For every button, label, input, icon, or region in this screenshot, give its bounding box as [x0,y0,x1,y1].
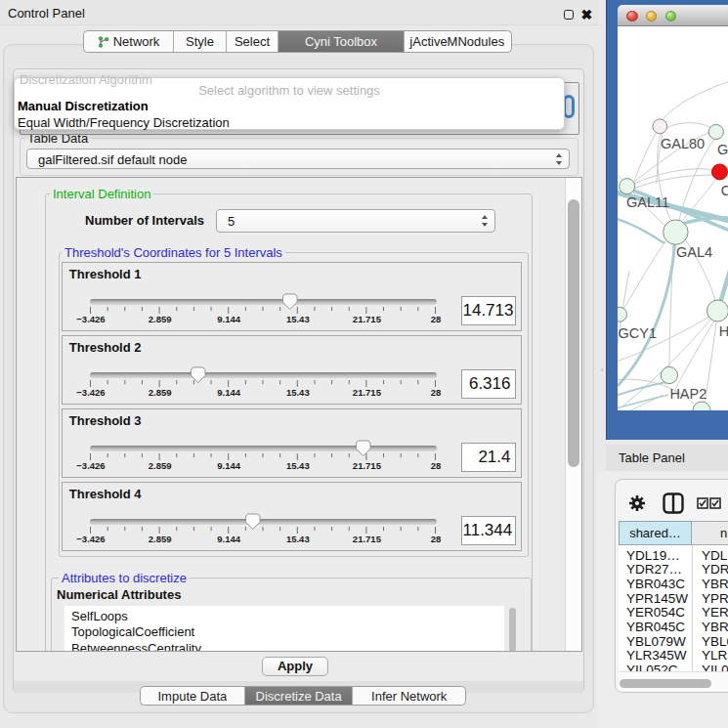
svg-text:HAP2: HAP2 [669,386,707,402]
svg-text:C: C [721,183,728,198]
svg-text:GCY1: GCY1 [619,325,658,341]
svg-text:GAL11: GAL11 [626,194,669,210]
svg-text:GAL80: GAL80 [661,136,705,151]
svg-text:GA: GA [717,142,728,157]
svg-text:GAL4: GAL4 [676,244,712,260]
svg-text:H: H [719,323,728,339]
